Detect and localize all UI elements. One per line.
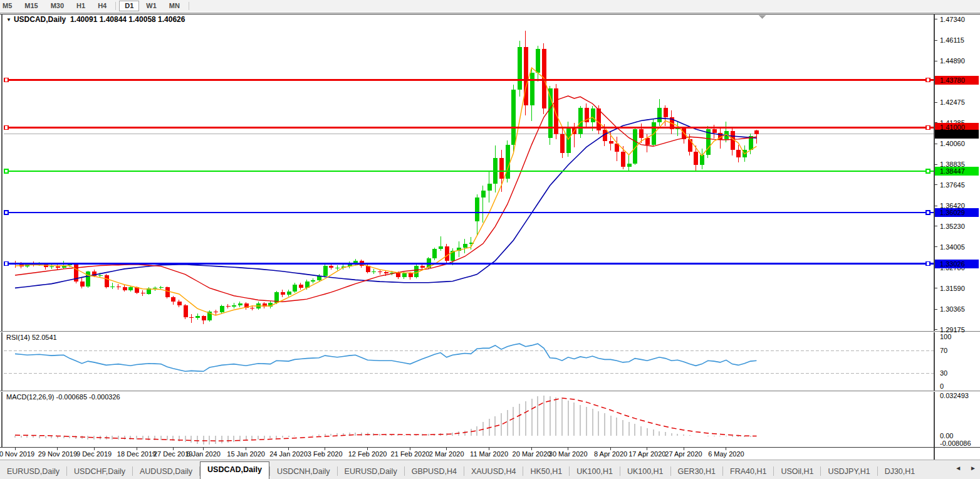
macd-scale-top: 0.032493 xyxy=(940,392,969,399)
svg-text:12 Feb 2020: 12 Feb 2020 xyxy=(348,450,387,458)
svg-text:1.35230: 1.35230 xyxy=(940,223,965,230)
price-label-1.43780: 1.43780 xyxy=(935,76,979,85)
svg-text:1.43780: 1.43780 xyxy=(940,76,965,84)
svg-text:15 Jan 2020: 15 Jan 2020 xyxy=(227,450,265,458)
tab-usdcad-daily-3[interactable]: USDCAD,Daily xyxy=(200,461,269,479)
trading-terminal: M5M15M30H1H4D1W1MN 1.473401.461151.44890… xyxy=(0,0,980,479)
svg-text:1.34005: 1.34005 xyxy=(940,243,965,251)
macd-indicator-label: MACD(12,26,9) -0.000685 -0.000326 xyxy=(6,393,120,401)
tab-hk50-h1-8[interactable]: HK50,H1 xyxy=(523,463,569,479)
macd-scale-bottom: -0.008086 xyxy=(940,440,971,447)
svg-text:1.37645: 1.37645 xyxy=(940,181,965,189)
tab-scroll-left-icon[interactable]: ◄ xyxy=(955,465,961,471)
svg-text:1.42475: 1.42475 xyxy=(940,98,965,106)
chart-title: ▼USDCAD,Daily 1.40091 1.40844 1.40058 1.… xyxy=(6,15,185,24)
tab-usoil-h1-13[interactable]: USOil,H1 xyxy=(774,463,820,479)
chart-title-text: USDCAD,Daily 1.40091 1.40844 1.40058 1.4… xyxy=(14,15,185,24)
rsi-indicator-label: RSI(14) 52.0541 xyxy=(6,334,57,341)
svg-text:1.44890: 1.44890 xyxy=(940,57,965,65)
rsi-scale-label: 30 xyxy=(940,369,947,377)
price-label-1.38447: 1.38447 xyxy=(935,167,979,176)
rsi-scale-label: 0 xyxy=(940,382,944,390)
tab-uk100-h1-10[interactable]: UK100,H1 xyxy=(620,463,670,479)
tab-usdcnh-daily-4[interactable]: USDCNH,Daily xyxy=(270,463,337,479)
tab-ger30-h1-11[interactable]: GER30,H1 xyxy=(671,463,722,479)
svg-text:1.31590: 1.31590 xyxy=(940,285,965,292)
tab-uk100-h1-9[interactable]: UK100,H1 xyxy=(570,463,620,479)
svg-text:24 Jan 2020: 24 Jan 2020 xyxy=(269,450,308,458)
svg-text:20 Nov 2019: 20 Nov 2019 xyxy=(0,450,34,458)
svg-text:30 Mar 2020: 30 Mar 2020 xyxy=(549,450,588,458)
price-label-1.36029: 1.36029 xyxy=(935,208,979,217)
svg-text:21 Feb 2020: 21 Feb 2020 xyxy=(391,450,430,458)
tab-scroll-arrows: ◄ ► xyxy=(955,465,976,471)
tab-fra40-h1-12[interactable]: FRA40,H1 xyxy=(723,463,773,479)
svg-text:6 May 2020: 6 May 2020 xyxy=(708,450,744,458)
svg-text:1.36029: 1.36029 xyxy=(940,209,965,216)
tab-scroll-right-icon[interactable]: ► xyxy=(970,465,976,471)
svg-text:3 Feb 2020: 3 Feb 2020 xyxy=(308,450,343,458)
chevron-down-icon[interactable]: ▼ xyxy=(6,17,11,23)
rsi-scale-label: 100 xyxy=(940,333,951,340)
macd-scale-zero: 0.00 xyxy=(940,432,953,440)
tab-eurusd-daily-5[interactable]: EURUSD,Daily xyxy=(338,463,404,479)
svg-text:1.30365: 1.30365 xyxy=(940,305,965,313)
rsi-scale-label: 70 xyxy=(940,347,947,354)
tab-eurusd-daily-0[interactable]: EURUSD,Daily xyxy=(0,463,66,479)
svg-text:8 Apr 2020: 8 Apr 2020 xyxy=(594,450,627,458)
svg-text:11 Mar 2020: 11 Mar 2020 xyxy=(470,450,508,458)
svg-text:1.47340: 1.47340 xyxy=(940,16,965,23)
svg-text:1.40626: 1.40626 xyxy=(940,130,965,138)
tab-xauusd-h4-7[interactable]: XAUUSD,H4 xyxy=(464,463,523,479)
svg-text:1.33026: 1.33026 xyxy=(940,260,965,268)
tab-usdchf-daily-1[interactable]: USDCHF,Daily xyxy=(67,463,132,479)
svg-text:2 Mar 2020: 2 Mar 2020 xyxy=(429,450,464,458)
svg-text:6 Jan 2020: 6 Jan 2020 xyxy=(186,450,220,458)
tab-dj30-h1-15[interactable]: DJ30,H1 xyxy=(878,463,922,479)
chart-tab-bar: EURUSD,DailyUSDCHF,DailyAUDUSD,DailyUSDC… xyxy=(0,460,980,479)
svg-text:1.40060: 1.40060 xyxy=(940,140,965,147)
current-price-label: 1.40626 xyxy=(935,130,979,139)
svg-text:20 Mar 2020: 20 Mar 2020 xyxy=(513,450,551,458)
svg-text:17 Apr 2020: 17 Apr 2020 xyxy=(628,450,665,458)
svg-text:29 Nov 2019: 29 Nov 2019 xyxy=(38,450,77,458)
svg-text:1.38447: 1.38447 xyxy=(940,167,965,175)
price-label-1.33026: 1.33026 xyxy=(935,260,979,268)
svg-text:9 Dec 2019: 9 Dec 2019 xyxy=(76,450,112,458)
svg-text:27 Apr 2020: 27 Apr 2020 xyxy=(665,450,702,458)
svg-text:1.46115: 1.46115 xyxy=(940,36,964,44)
svg-text:1.29175: 1.29175 xyxy=(940,326,965,334)
tab-usdjpy-h1-14[interactable]: USDJPY,H1 xyxy=(821,463,877,479)
tab-gbpusd-h4-6[interactable]: GBPUSD,H4 xyxy=(405,463,464,479)
svg-text:18 Dec 2019: 18 Dec 2019 xyxy=(117,450,156,458)
tab-audusd-daily-2[interactable]: AUDUSD,Daily xyxy=(133,463,199,479)
